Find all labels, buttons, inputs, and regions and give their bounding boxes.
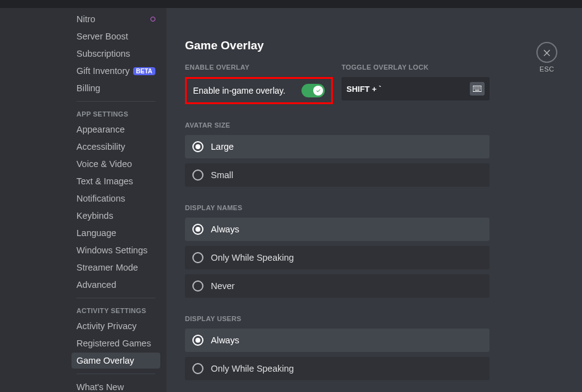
radio-label: Never	[211, 281, 235, 291]
sidebar-item-label: Server Boost	[76, 31, 128, 41]
svg-rect-5	[480, 87, 480, 88]
sidebar-item-label: Accessibility	[76, 142, 125, 152]
check-icon	[316, 88, 321, 94]
sidebar-item-text-images[interactable]: Text & Images	[72, 173, 160, 189]
sidebar-item-subscriptions[interactable]: Subscriptions	[72, 46, 160, 62]
sidebar-item-notifications[interactable]: Notifications	[72, 190, 160, 206]
sidebar-item-streamer-mode[interactable]: Streamer Mode	[72, 259, 160, 276]
display-names-label: DISPLAY NAMES	[185, 204, 564, 211]
radio-icon	[192, 363, 203, 374]
radio-label: Only While Speaking	[211, 253, 294, 263]
radio-icon	[192, 141, 203, 152]
sidebar-item-label: Advanced	[76, 280, 117, 290]
sidebar-item-label: Appearance	[76, 125, 125, 134]
svg-rect-9	[478, 88, 479, 89]
toggle-knob	[313, 86, 323, 96]
sidebar-item-server-boost[interactable]: Server Boost	[72, 28, 160, 44]
sidebar-item-label: Activity Privacy	[76, 321, 137, 331]
close-icon	[536, 42, 557, 63]
sidebar-item-windows-settings[interactable]: Windows Settings	[72, 242, 160, 258]
sidebar-item-voice-video[interactable]: Voice & Video	[72, 156, 160, 172]
sidebar-item-language[interactable]: Language	[72, 225, 160, 241]
sidebar-item-label: Text & Images	[76, 176, 133, 186]
sidebar-item-whats-new[interactable]: What's New	[72, 379, 160, 392]
radio-label: Always	[211, 335, 239, 345]
sidebar-item-label: Windows Settings	[76, 245, 147, 255]
sidebar-item-label: Voice & Video	[76, 159, 132, 169]
sidebar-item-appearance[interactable]: Appearance	[72, 121, 160, 137]
keybind-input[interactable]: SHIFT + `	[342, 77, 490, 100]
keyboard-icon	[473, 86, 482, 92]
svg-rect-6	[474, 88, 475, 89]
radio-label: Large	[211, 142, 234, 152]
page-title: Game Overlay	[185, 39, 564, 52]
esc-label: ESC	[536, 65, 557, 73]
enable-overlay-row: Enable in-game overlay.	[187, 79, 331, 102]
display-users-only-speaking[interactable]: Only While Speaking	[185, 357, 490, 380]
avatar-size-label: AVATAR SIZE	[185, 121, 564, 129]
sidebar-item-label: Billing	[76, 83, 100, 93]
svg-rect-3	[477, 87, 477, 88]
svg-rect-11	[475, 90, 480, 91]
sidebar-item-label: Language	[76, 228, 117, 238]
radio-icon	[192, 169, 203, 181]
divider	[76, 374, 155, 374]
svg-rect-8	[477, 88, 477, 89]
divider	[76, 101, 155, 102]
svg-rect-1	[474, 87, 475, 88]
sidebar-item-activity-privacy[interactable]: Activity Privacy	[72, 318, 160, 334]
radio-label: Small	[211, 170, 233, 180]
sidebar-item-label: What's New	[76, 382, 124, 392]
sidebar-item-billing[interactable]: Billing	[72, 80, 160, 96]
sidebar-item-label: Registered Games	[76, 338, 151, 348]
sidebar-item-accessibility[interactable]: Accessibility	[72, 139, 160, 155]
sidebar-item-game-overlay[interactable]: Game Overlay	[72, 353, 160, 369]
svg-rect-4	[478, 87, 479, 88]
display-users-always[interactable]: Always	[185, 329, 490, 352]
display-names-never[interactable]: Never	[185, 274, 490, 298]
avatar-size-group: Large Small	[185, 135, 490, 187]
display-names-group: Always Only While Speaking Never	[185, 218, 490, 298]
display-names-always[interactable]: Always	[185, 218, 490, 241]
sidebar-item-label: Gift Inventory	[76, 66, 129, 76]
sidebar-item-gift-inventory[interactable]: Gift Inventory BETA	[72, 63, 160, 79]
radio-icon	[192, 252, 203, 263]
sidebar-item-label: Nitro	[76, 14, 96, 24]
svg-rect-7	[475, 88, 476, 89]
enable-overlay-toggle[interactable]	[301, 84, 325, 97]
settings-sidebar: Nitro Server Boost Subscriptions Gift In…	[0, 8, 166, 392]
title-bar	[0, 0, 582, 8]
sidebar-header-app-settings: APP SETTINGS	[72, 107, 160, 121]
sidebar-item-registered-games[interactable]: Registered Games	[72, 335, 160, 351]
svg-rect-10	[480, 88, 480, 89]
display-users-label: DISPLAY USERS	[185, 315, 564, 322]
radio-label: Always	[211, 224, 239, 234]
sidebar-item-label: Streamer Mode	[76, 263, 138, 272]
sidebar-item-nitro[interactable]: Nitro	[72, 11, 160, 27]
radio-icon	[192, 280, 203, 292]
sidebar-item-label: Game Overlay	[76, 356, 134, 365]
keybind-value: SHIFT + `	[346, 84, 382, 94]
svg-rect-2	[475, 87, 476, 88]
radio-label: Only While Speaking	[211, 364, 294, 374]
display-users-group: Always Only While Speaking	[185, 329, 490, 380]
settings-content: ESC Game Overlay ENABLE OVERLAY Enable i…	[166, 8, 582, 392]
enable-overlay-highlight: Enable in-game overlay.	[185, 77, 333, 104]
close-button[interactable]: ESC	[536, 42, 557, 73]
avatar-size-large[interactable]: Large	[185, 135, 490, 158]
nitro-indicator-icon	[150, 17, 155, 22]
radio-icon	[192, 335, 203, 346]
radio-icon	[192, 224, 203, 235]
sidebar-item-advanced[interactable]: Advanced	[72, 277, 160, 293]
beta-badge: BETA	[133, 67, 155, 75]
sidebar-item-label: Notifications	[76, 194, 125, 203]
toggle-overlay-lock-label: TOGGLE OVERLAY LOCK	[342, 63, 490, 71]
display-names-only-speaking[interactable]: Only While Speaking	[185, 246, 490, 269]
divider	[76, 298, 155, 298]
enable-overlay-label: ENABLE OVERLAY	[185, 63, 333, 71]
sidebar-header-activity-settings: ACTIVITY SETTINGS	[72, 303, 160, 318]
sidebar-item-keybinds[interactable]: Keybinds	[72, 208, 160, 224]
keyboard-button[interactable]	[470, 82, 485, 96]
sidebar-item-label: Keybinds	[76, 211, 113, 221]
avatar-size-small[interactable]: Small	[185, 163, 490, 187]
